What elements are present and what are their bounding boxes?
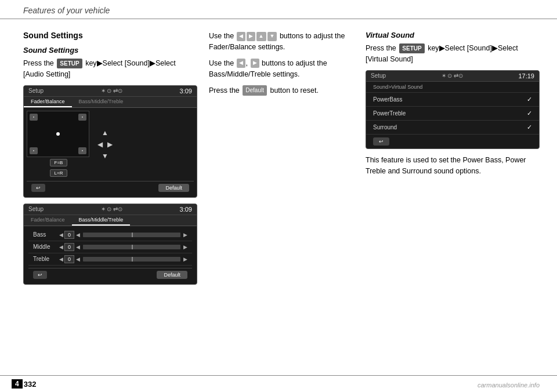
- vs-screen-icons: ✶ ⊙ ⇄⊙: [442, 72, 464, 79]
- treble-arrow-left2: ◀: [76, 256, 80, 262]
- powerbass-check: ✓: [527, 96, 532, 103]
- screen2-icons: ✶ ⊙ ⇄⊙: [101, 206, 123, 212]
- page-footer: 4 332 carmanualsonline.info: [0, 375, 557, 392]
- vs-row-powerbass: PowerBass ✓: [366, 93, 539, 107]
- treble-arrow-right: ▶: [183, 256, 187, 262]
- lr-label: L=R: [50, 169, 67, 177]
- vs-breadcrumb: Sound>Virtual Sound: [366, 82, 539, 93]
- arrow-controls: ▲ ◀ ▶ ▼: [95, 111, 115, 179]
- bass-arrow-left: ◀: [59, 232, 63, 238]
- bass-value: 0: [64, 231, 74, 239]
- screen1-header: Setup ✶ ⊙ ⇄⊙ 3:09: [24, 86, 197, 97]
- virtual-sound-screen: Setup ✶ ⊙ ⇄⊙ 17:19 Sound>Virtual Sound P…: [366, 70, 540, 149]
- section-title: Sound Settings: [23, 31, 197, 40]
- speaker-top-right: ▪: [78, 114, 86, 121]
- left-arrow: ◀: [97, 140, 103, 148]
- vs-row-powertreble: PowerTreble ✓: [366, 107, 539, 121]
- screen2-back-btn[interactable]: ↩: [33, 271, 47, 279]
- fb-labels: F=B L=R: [27, 159, 91, 179]
- treble-value: 0: [64, 255, 74, 263]
- main-content: Sound Settings Sound Settings Press the …: [0, 19, 557, 355]
- tab2-fader-balance: Fader/Balance: [24, 215, 72, 226]
- setup-badge-right: SETUP: [399, 43, 424, 54]
- screen2-footer: ↩ Default: [28, 268, 192, 281]
- footer-page-text: 332: [24, 380, 37, 389]
- powertreble-check: ✓: [527, 110, 532, 117]
- btn-up: ▲: [256, 32, 266, 41]
- vs-back-btn[interactable]: ↩: [373, 137, 389, 146]
- press-text3: Press the: [209, 86, 240, 95]
- screen1-body: ▪ ▪ ▪ ▪ F=B L=R ▲: [24, 108, 197, 197]
- col-right: Virtual Sound Press the SETUP key▶Select…: [360, 31, 540, 350]
- setup-badge-left: SETUP: [57, 59, 82, 69]
- right-body-text2: This feature is used to set the Power Ba…: [366, 155, 540, 177]
- right-body-text: Press the SETUP key▶Select [Sound]▶Selec…: [366, 43, 540, 66]
- btn-left: ◀: [237, 32, 245, 41]
- right-arrow: ▶: [107, 140, 113, 148]
- screen2-header: Setup ✶ ⊙ ⇄⊙ 3:09: [24, 204, 197, 215]
- vs-row-surround: Surround ✓: [366, 121, 539, 135]
- comma-sep: ,: [246, 59, 248, 67]
- middle-text3-rest: button to reset.: [270, 86, 318, 95]
- footer-watermark: carmanualsonline.info: [478, 382, 540, 389]
- powerbass-label: PowerBass: [373, 96, 403, 103]
- screen2-mockup: Setup ✶ ⊙ ⇄⊙ 3:09 Fader/Balance Bass/Mid…: [23, 204, 197, 285]
- screen1-footer: ↩ Default: [27, 181, 194, 194]
- fader-dot: [56, 132, 60, 136]
- tab-bass-middle-treble: Bass/Middle/Treble: [72, 97, 131, 107]
- middle-arrow-left2: ◀: [76, 244, 80, 250]
- screen1-default-btn[interactable]: Default: [158, 184, 189, 192]
- screen1-title: Setup: [28, 88, 44, 94]
- treble-label: Treble: [33, 256, 59, 262]
- left-body-text: Press the SETUP key▶Select [Sound]▶Selec…: [23, 58, 197, 81]
- middle-row: Middle ◀ 0 ◀ ▶: [28, 241, 192, 253]
- bass-arrow-left2: ◀: [76, 232, 80, 238]
- bass-label: Bass: [33, 231, 59, 238]
- right-press-text: Press the: [366, 44, 396, 52]
- tab2-bass-middle-treble: Bass/Middle/Treble: [72, 215, 131, 226]
- surround-label: Surround: [373, 124, 397, 130]
- fader-columns: ▪ ▪ ▪ ▪ F=B L=R ▲: [27, 111, 194, 179]
- btn-down: ▼: [267, 32, 277, 41]
- col-left: Sound Settings Sound Settings Press the …: [23, 31, 197, 350]
- treble-row: Treble ◀ 0 ◀ ▶: [28, 253, 192, 266]
- screen1-icons: ✶ ⊙ ⇄⊙: [101, 88, 123, 94]
- middle-text1: Use the ◀▶▲▼ buttons to adjust the Fader…: [209, 31, 354, 53]
- middle-value: 0: [64, 243, 74, 251]
- screen1-back-btn[interactable]: ↩: [31, 184, 45, 192]
- use-the-text2: Use the: [209, 59, 234, 67]
- fader-grid-container: ▪ ▪ ▪ ▪ F=B L=R: [27, 111, 91, 179]
- middle-text2: Use the ◀, ▶ buttons to adjust the Bass/…: [209, 58, 354, 81]
- middle-arrow-left: ◀: [59, 244, 63, 250]
- page-header: Features of your vehicle: [0, 0, 557, 19]
- fb-label: F=B: [50, 159, 67, 166]
- bass-slider: [83, 233, 180, 237]
- page-title: Features of your vehicle: [23, 6, 110, 15]
- btn-right: ▶: [247, 32, 255, 41]
- fader-grid: ▪ ▪ ▪ ▪: [27, 111, 89, 157]
- screen1-time: 3:09: [180, 88, 192, 95]
- virtual-sound-title: Virtual Sound: [366, 31, 540, 39]
- footer-page-num: 4 332: [12, 379, 36, 389]
- screen1-tabs: Fader/Balance Bass/Middle/Treble: [24, 97, 197, 108]
- subsection-title-left: Sound Settings: [23, 46, 197, 55]
- screen1-mockup: Setup ✶ ⊙ ⇄⊙ 3:09 Fader/Balance Bass/Mid…: [23, 85, 197, 198]
- screen2-title: Setup: [28, 206, 44, 212]
- use-the-text: Use the: [209, 32, 234, 40]
- powertreble-label: PowerTreble: [373, 110, 406, 117]
- footer-page-box: 4: [12, 379, 23, 389]
- tab-fader-balance: Fader/Balance: [24, 97, 72, 107]
- vs-screen-time: 17:19: [518, 72, 534, 79]
- vs-screen-title: Setup: [371, 72, 386, 79]
- up-arrow: ▲: [102, 129, 108, 137]
- screen2-default-btn[interactable]: Default: [157, 271, 187, 279]
- col-middle: Use the ◀▶▲▼ buttons to adjust the Fader…: [203, 31, 354, 350]
- vs-back-row: ↩: [366, 135, 539, 148]
- bass-row: Bass ◀ 0 ◀ ▶: [28, 229, 192, 241]
- vs-screen-header: Setup ✶ ⊙ ⇄⊙ 17:19: [366, 71, 539, 82]
- treble-slider: [83, 257, 180, 262]
- btn-right2: ▶: [251, 59, 259, 68]
- speaker-bottom-left: ▪: [30, 147, 38, 154]
- bass-arrow-right: ▶: [183, 232, 187, 238]
- speaker-top-left: ▪: [30, 114, 38, 121]
